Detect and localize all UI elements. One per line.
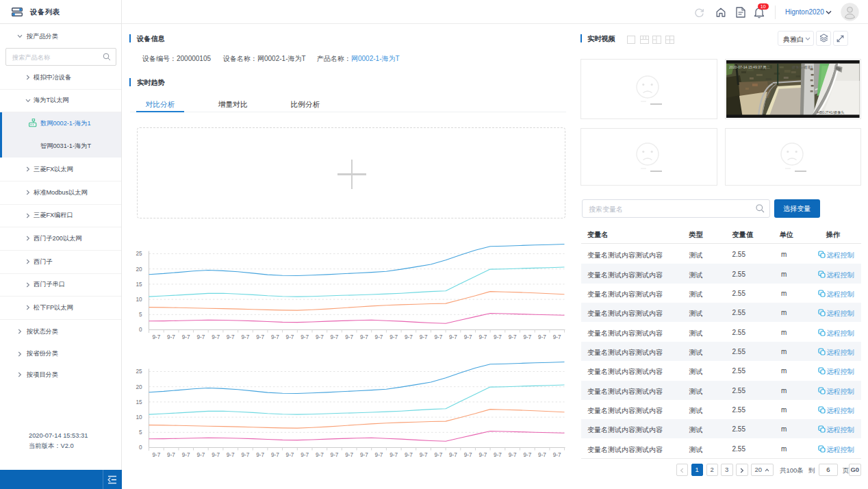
svg-text:9-7: 9-7 (449, 334, 457, 340)
svg-text:9-7: 9-7 (390, 452, 398, 458)
svg-text:9-7: 9-7 (286, 452, 294, 458)
svg-text:9-7: 9-7 (271, 334, 279, 340)
svg-text:9-7: 9-7 (345, 334, 353, 340)
svg-text:9-7: 9-7 (167, 334, 175, 340)
svg-text:9-7: 9-7 (420, 334, 428, 340)
svg-text:9-7: 9-7 (227, 334, 235, 340)
svg-text:5: 5 (139, 312, 142, 318)
svg-text:9-7: 9-7 (256, 334, 264, 340)
svg-text:9-7: 9-7 (316, 334, 324, 340)
svg-text:9-7: 9-7 (434, 452, 442, 458)
svg-text:9-7: 9-7 (553, 452, 561, 458)
svg-text:15: 15 (136, 399, 142, 405)
svg-text:9-7: 9-7 (331, 452, 339, 458)
svg-text:9-7: 9-7 (152, 334, 160, 340)
svg-text:9-7: 9-7 (286, 334, 294, 340)
svg-text:9-7: 9-7 (182, 452, 190, 458)
svg-text:9-7: 9-7 (538, 452, 546, 458)
svg-text:9-7: 9-7 (167, 452, 175, 458)
svg-text:9-7: 9-7 (553, 334, 561, 340)
svg-text:9-7: 9-7 (464, 452, 472, 458)
svg-text:HBGJT41/摄像头: HBGJT41/摄像头 (817, 110, 845, 114)
svg-text:9-7: 9-7 (375, 334, 383, 340)
svg-text:25: 25 (136, 251, 142, 257)
svg-text:20: 20 (136, 266, 142, 273)
svg-text:9-7: 9-7 (256, 452, 264, 458)
svg-text:25: 25 (136, 368, 142, 375)
svg-text:9-7: 9-7 (152, 452, 160, 458)
svg-text:9-7: 9-7 (360, 452, 368, 458)
svg-text:9-7: 9-7 (478, 334, 487, 340)
svg-text:9-7: 9-7 (494, 452, 502, 458)
svg-text:9-7: 9-7 (212, 334, 220, 340)
svg-text:9-7: 9-7 (390, 334, 398, 340)
svg-text:9-7: 9-7 (523, 334, 531, 340)
svg-text:9-7: 9-7 (316, 452, 324, 458)
svg-text:9-7: 9-7 (212, 452, 220, 458)
svg-text:9-7: 9-7 (196, 452, 205, 458)
svg-text:9-7: 9-7 (538, 334, 546, 340)
svg-text:摄像头-通道1: 摄像头-通道1 (792, 65, 813, 69)
svg-text:9-7: 9-7 (196, 334, 205, 340)
svg-text:9-7: 9-7 (375, 452, 383, 458)
svg-text:0: 0 (139, 327, 142, 333)
svg-text:9-7: 9-7 (241, 334, 249, 340)
svg-text:9-7: 9-7 (464, 334, 472, 340)
svg-text:9-7: 9-7 (345, 452, 353, 458)
svg-text:9-7: 9-7 (182, 334, 190, 340)
svg-text:9-7: 9-7 (434, 334, 442, 340)
svg-text:9-7: 9-7 (360, 334, 368, 340)
svg-text:9-7: 9-7 (494, 334, 502, 340)
svg-text:9-7: 9-7 (449, 452, 457, 458)
svg-text:9-7: 9-7 (301, 334, 309, 340)
svg-text:9-7: 9-7 (227, 452, 235, 458)
svg-text:9-7: 9-7 (301, 452, 309, 458)
svg-text:5: 5 (139, 429, 142, 436)
svg-text:9-7: 9-7 (331, 334, 339, 340)
svg-text:20: 20 (136, 384, 142, 390)
svg-text:9-7: 9-7 (478, 452, 487, 458)
svg-text:2020-07-14 15:49:37 周二: 2020-07-14 15:49:37 周二 (729, 65, 770, 69)
svg-text:10: 10 (136, 414, 142, 421)
svg-text:9-7: 9-7 (405, 334, 413, 340)
svg-text:9-7: 9-7 (420, 452, 428, 458)
svg-text:9-7: 9-7 (241, 452, 249, 458)
svg-text:9-7: 9-7 (509, 334, 517, 340)
svg-text:9-7: 9-7 (271, 452, 279, 458)
svg-text:10: 10 (136, 297, 142, 303)
svg-text:9-7: 9-7 (523, 452, 531, 458)
svg-text:15: 15 (136, 281, 142, 288)
svg-text:0: 0 (139, 444, 142, 451)
svg-text:9-7: 9-7 (405, 452, 413, 458)
svg-text:9-7: 9-7 (509, 452, 517, 458)
